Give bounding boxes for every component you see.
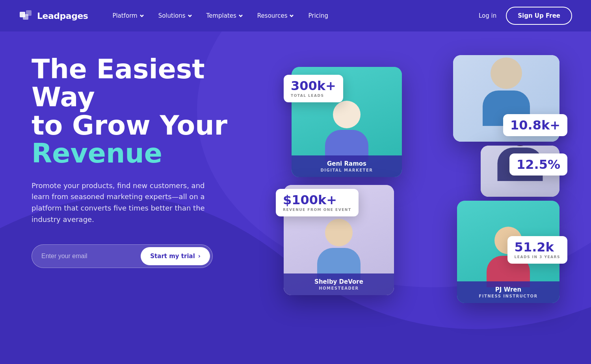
shelby-label: Shelby DeVore HOMESTEADER bbox=[284, 273, 394, 295]
nav-solutions-label: Solutions bbox=[158, 12, 186, 19]
shelby-name: Shelby DeVore bbox=[290, 278, 388, 285]
logo-text: Leadpages bbox=[37, 11, 88, 21]
pj-name: PJ Wren bbox=[463, 286, 553, 293]
nav-templates-label: Templates bbox=[206, 12, 236, 19]
trial-button-label: Start my trial bbox=[150, 253, 195, 260]
nav-pricing-label: Pricing bbox=[308, 12, 328, 19]
stat-51k-number: 51.2k bbox=[515, 241, 560, 253]
stat-badge-100k: $100k+ REVENUE FROM ONE EVENT bbox=[276, 189, 359, 216]
hero-subtitle: Promote your products, find new customer… bbox=[32, 180, 221, 225]
nav-resources-label: Resources bbox=[257, 12, 288, 19]
cards-area: 300k+ TOTAL LEADS Geni Ramos DIGITAL MAR… bbox=[268, 43, 567, 358]
logo-icon bbox=[19, 9, 33, 23]
hero-title-line1: The Easiest Way bbox=[32, 54, 205, 113]
shelby-silhouette bbox=[317, 219, 361, 279]
nav-resources[interactable]: Resources bbox=[252, 9, 300, 22]
navbar: Leadpages Platform Solutions Templates R… bbox=[0, 0, 591, 31]
man2-head bbox=[506, 146, 535, 146]
geni-label: Geni Ramos DIGITAL MARKETER bbox=[292, 155, 402, 177]
shelby-head bbox=[325, 219, 353, 246]
hero-title-accent: Revenue bbox=[32, 138, 162, 169]
stat-badge-300k: 300k+ TOTAL LEADS bbox=[284, 75, 343, 102]
email-input[interactable] bbox=[41, 253, 141, 260]
chevron-down-icon bbox=[289, 13, 294, 18]
nav-actions: Log in Sign Up Free bbox=[479, 7, 572, 25]
shelby-role: HOMESTEADER bbox=[290, 286, 388, 290]
hero-title: The Easiest Way to Grow Your Revenue bbox=[32, 55, 236, 168]
chevron-down-icon bbox=[188, 13, 192, 18]
stat-100k-number: $100k+ bbox=[283, 194, 351, 206]
hero-section: The Easiest Way to Grow Your Revenue Pro… bbox=[0, 31, 591, 364]
nav-pricing[interactable]: Pricing bbox=[303, 9, 334, 22]
logo[interactable]: Leadpages bbox=[19, 9, 88, 23]
chevron-down-icon bbox=[139, 13, 144, 18]
trial-button[interactable]: Start my trial › bbox=[141, 247, 210, 265]
email-form: Start my trial › bbox=[32, 244, 213, 268]
login-button[interactable]: Log in bbox=[479, 12, 496, 19]
pj-role: FITNESS INSTRUCTOR bbox=[463, 294, 553, 298]
nav-platform[interactable]: Platform bbox=[107, 9, 149, 22]
stat-300k-label: TOTAL LEADS bbox=[291, 94, 336, 98]
geni-name: Geni Ramos bbox=[298, 160, 396, 167]
signup-button[interactable]: Sign Up Free bbox=[506, 7, 572, 25]
arrow-icon: › bbox=[198, 253, 201, 260]
stat-badge-12pct: 12.5% bbox=[509, 153, 567, 176]
geni-role: DIGITAL MARKETER bbox=[298, 168, 396, 172]
nav-templates[interactable]: Templates bbox=[201, 9, 249, 22]
geni-silhouette bbox=[325, 101, 368, 161]
chevron-down-icon bbox=[238, 13, 243, 18]
svg-rect-2 bbox=[26, 10, 32, 16]
nav-solutions[interactable]: Solutions bbox=[153, 9, 198, 22]
stat-51k-label: LEADS IN 3 YEARS bbox=[515, 255, 560, 259]
stat-badge-10k: 10.8k+ bbox=[503, 114, 567, 136]
stat-badge-51k: 51.2k LEADS IN 3 YEARS bbox=[507, 236, 567, 264]
stat-300k-number: 300k+ bbox=[291, 79, 336, 92]
geni-head bbox=[333, 101, 361, 128]
pj-label: PJ Wren FITNESS INSTRUCTOR bbox=[457, 281, 559, 303]
stat-12pct-number: 12.5% bbox=[517, 158, 560, 171]
stat-100k-label: REVENUE FROM ONE EVENT bbox=[283, 208, 351, 212]
stat-10k-number: 10.8k+ bbox=[510, 119, 560, 131]
hero-title-line2: to Grow Your bbox=[32, 110, 227, 141]
nav-platform-label: Platform bbox=[112, 12, 137, 19]
man-head bbox=[491, 57, 522, 89]
hero-content: The Easiest Way to Grow Your Revenue Pro… bbox=[32, 55, 236, 268]
nav-links: Platform Solutions Templates Resources P… bbox=[107, 9, 479, 22]
